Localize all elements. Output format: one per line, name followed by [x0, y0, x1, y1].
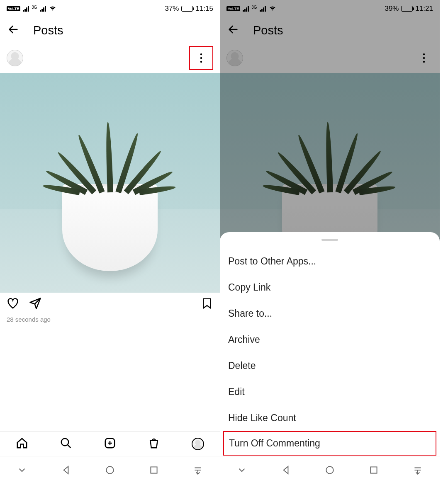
signal-icon-2 [40, 6, 46, 12]
svg-point-3 [61, 438, 69, 446]
post-header [0, 43, 220, 73]
battery-percent: 37% [165, 5, 179, 13]
sys-collapse-icon[interactable] [17, 465, 27, 477]
sys-menu-icon[interactable] [412, 465, 423, 477]
post-image[interactable] [0, 73, 220, 293]
page-title: Posts [33, 24, 63, 37]
back-button[interactable] [7, 24, 19, 37]
menu-turn-off-commenting[interactable]: Turn Off Commenting [223, 431, 436, 456]
svg-point-5 [106, 466, 113, 473]
options-bottom-sheet: Post to Other Apps... Copy Link Share to… [220, 232, 440, 485]
sheet-handle[interactable] [321, 239, 338, 241]
sys-menu-icon[interactable] [192, 465, 203, 477]
network-type: 3G [32, 5, 37, 10]
battery-icon [181, 6, 193, 12]
svg-point-2 [200, 61, 202, 63]
sys-home-icon[interactable] [324, 465, 335, 477]
system-nav [0, 456, 220, 485]
wifi-icon [49, 5, 57, 13]
volte-icon: VoLTE [7, 6, 20, 11]
app-bottom-nav [0, 431, 220, 456]
menu-copy-link[interactable]: Copy Link [220, 274, 440, 301]
status-left: VoLTE 3G [7, 5, 57, 13]
sys-back-icon[interactable] [61, 465, 71, 477]
svg-point-1 [200, 57, 202, 59]
signal-icon [23, 6, 29, 12]
screenshot-right: VoLTE 3G 39% 11:21 Posts [220, 0, 440, 485]
sys-recent-icon[interactable] [368, 465, 379, 477]
menu-hide-like-count[interactable]: Hide Like Count [220, 405, 440, 431]
profile-tab[interactable] [192, 438, 204, 450]
svg-rect-11 [370, 467, 377, 473]
clock-time: 11:15 [195, 5, 213, 13]
menu-delete[interactable]: Delete [220, 353, 440, 379]
menu-archive[interactable]: Archive [220, 327, 440, 353]
create-tab[interactable] [104, 437, 116, 451]
avatar[interactable] [7, 50, 23, 66]
status-bar: VoLTE 3G 37% 11:15 [0, 0, 220, 17]
post-actions [0, 293, 220, 316]
shop-tab[interactable] [148, 437, 160, 451]
share-button[interactable] [29, 297, 41, 311]
menu-share-to[interactable]: Share to... [220, 301, 440, 327]
sys-recent-icon[interactable] [149, 465, 159, 477]
svg-rect-6 [151, 467, 157, 473]
svg-point-10 [326, 466, 333, 473]
more-options-button[interactable] [189, 46, 213, 70]
search-tab[interactable] [60, 437, 72, 451]
menu-post-to-other-apps[interactable]: Post to Other Apps... [220, 248, 440, 274]
save-button[interactable] [201, 297, 213, 311]
post-timestamp: 28 seconds ago [0, 316, 220, 323]
svg-point-0 [200, 53, 202, 55]
screenshot-left: VoLTE 3G 37% 11:15 Posts [0, 0, 220, 485]
menu-edit[interactable]: Edit [220, 379, 440, 405]
sys-collapse-icon[interactable] [236, 465, 247, 477]
home-tab[interactable] [16, 437, 28, 451]
sys-home-icon[interactable] [105, 465, 115, 477]
system-nav [220, 456, 440, 485]
status-right: 37% 11:15 [165, 5, 213, 13]
sys-back-icon[interactable] [280, 465, 291, 477]
like-button[interactable] [7, 297, 19, 311]
app-header: Posts [0, 17, 220, 43]
